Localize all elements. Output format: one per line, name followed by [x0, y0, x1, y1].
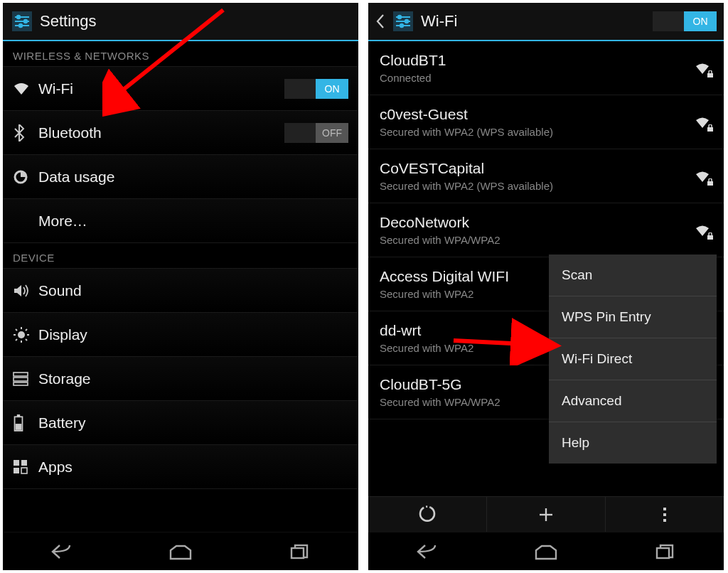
nav-home-button[interactable]: [159, 539, 202, 564]
popup-item[interactable]: Help: [549, 422, 717, 464]
battery-icon: [13, 413, 38, 433]
svg-rect-39: [707, 181, 713, 186]
nav-home-button[interactable]: [525, 539, 567, 564]
network-name: c0vest-Guest: [380, 106, 692, 123]
settings-screen: Settings WIRELESS & NETWORKS Wi-Fi ON Bl…: [3, 3, 358, 570]
row-more[interactable]: More…: [3, 199, 358, 243]
svg-rect-48: [663, 519, 666, 522]
nav-bar: [3, 532, 358, 570]
storage-label: Storage: [38, 370, 348, 387]
popup-item[interactable]: Wi-Fi Direct: [549, 338, 717, 380]
svg-point-8: [18, 331, 25, 338]
wifi-screen: Wi-Fi ON CloudBT1 Connected c0vest-Guest…: [368, 3, 724, 570]
svg-point-35: [405, 19, 409, 23]
network-row[interactable]: c0vest-Guest Secured with WPA2 (WPS avai…: [368, 95, 724, 149]
svg-point-6: [18, 23, 23, 28]
wifi-master-toggle-label: ON: [684, 11, 717, 31]
row-data-usage[interactable]: Data usage: [3, 155, 358, 199]
svg-rect-40: [707, 235, 713, 240]
nav-back-button[interactable]: [41, 539, 83, 564]
svg-line-15: [16, 339, 17, 341]
network-name: DecoNetwork: [380, 214, 692, 231]
wifi-toolbar: [368, 496, 724, 532]
popup-item[interactable]: WPS Pin Entry: [549, 296, 717, 338]
popup-item[interactable]: Advanced: [549, 380, 717, 422]
svg-point-36: [400, 23, 404, 28]
bluetooth-label: Bluetooth: [38, 124, 284, 141]
nav-back-button[interactable]: [406, 539, 449, 564]
svg-rect-50: [657, 548, 669, 558]
svg-point-34: [397, 15, 402, 19]
network-row[interactable]: DecoNetwork Secured with WPA/WPA2: [368, 203, 724, 257]
svg-line-14: [26, 339, 27, 341]
svg-rect-19: [14, 382, 28, 385]
svg-rect-21: [17, 414, 20, 417]
network-status: Secured with WPA2 (WPS available): [380, 126, 692, 138]
svg-rect-25: [14, 468, 19, 473]
add-network-button[interactable]: [487, 497, 605, 532]
network-row[interactable]: CoVESTCapital Secured with WPA2 (WPS ava…: [368, 149, 724, 203]
wifi-toggle[interactable]: ON: [284, 79, 348, 99]
wps-button[interactable]: [368, 497, 486, 532]
nav-recent-button[interactable]: [278, 539, 321, 564]
svg-point-4: [16, 15, 21, 19]
svg-rect-22: [16, 424, 22, 430]
back-icon[interactable]: [375, 11, 385, 31]
wifi-toggle-label: ON: [316, 79, 348, 99]
display-icon: [13, 325, 38, 345]
row-battery[interactable]: Battery: [3, 401, 358, 445]
row-display[interactable]: Display: [3, 313, 358, 357]
display-label: Display: [38, 326, 348, 343]
svg-rect-46: [663, 508, 666, 510]
wifi-label: Wi-Fi: [38, 80, 284, 97]
row-wifi[interactable]: Wi-Fi ON: [3, 67, 358, 111]
bluetooth-toggle-label: OFF: [316, 123, 348, 143]
network-name: CloudBT1: [380, 52, 692, 69]
sound-label: Sound: [38, 282, 348, 299]
network-name: CoVESTCapital: [380, 160, 692, 177]
row-apps[interactable]: Apps: [3, 445, 358, 489]
svg-rect-18: [14, 377, 28, 381]
sound-icon: [13, 281, 38, 301]
settings-icon: [10, 9, 34, 33]
row-sound[interactable]: Sound: [3, 269, 358, 313]
row-bluetooth[interactable]: Bluetooth OFF: [3, 111, 358, 155]
svg-rect-28: [291, 548, 304, 558]
wifi-signal-icon: [692, 223, 712, 238]
svg-rect-26: [21, 468, 27, 473]
svg-rect-47: [663, 513, 666, 516]
settings-title: Settings: [40, 12, 351, 31]
svg-rect-37: [707, 73, 713, 77]
svg-rect-17: [14, 373, 28, 376]
wifi-title: Wi-Fi: [421, 12, 647, 31]
more-label: More…: [13, 213, 348, 230]
bluetooth-icon: [13, 123, 38, 143]
battery-label: Battery: [38, 414, 348, 432]
svg-rect-24: [21, 460, 27, 466]
nav-recent-button[interactable]: [643, 539, 686, 564]
svg-line-16: [26, 329, 27, 331]
nav-bar: [368, 532, 724, 570]
bluetooth-toggle[interactable]: OFF: [284, 123, 348, 143]
storage-icon: [13, 369, 38, 389]
wifi-signal-icon: [692, 168, 712, 184]
data-usage-icon: [13, 167, 38, 187]
settings-list: WIRELESS & NETWORKS Wi-Fi ON Bluetooth O…: [3, 41, 358, 532]
wifi-header: Wi-Fi ON: [368, 3, 724, 41]
wifi-signal-icon: [692, 114, 712, 130]
row-storage[interactable]: Storage: [3, 357, 358, 401]
section-wireless: WIRELESS & NETWORKS: [3, 41, 358, 67]
popup-item[interactable]: Scan: [549, 255, 717, 296]
svg-point-5: [23, 19, 28, 23]
wifi-signal-icon: [692, 60, 712, 76]
settings-icon[interactable]: [391, 9, 415, 33]
network-status: Secured with WPA2 (WPS available): [380, 180, 692, 192]
wifi-icon: [13, 79, 38, 99]
apps-label: Apps: [38, 459, 348, 476]
overflow-popup: ScanWPS Pin EntryWi-Fi DirectAdvancedHel…: [549, 255, 717, 464]
overflow-menu-button[interactable]: [606, 497, 724, 532]
network-status: Secured with WPA/WPA2: [380, 234, 692, 246]
wifi-master-toggle[interactable]: ON: [653, 11, 717, 31]
network-row[interactable]: CloudBT1 Connected: [368, 41, 724, 95]
section-device: DEVICE: [3, 243, 358, 269]
